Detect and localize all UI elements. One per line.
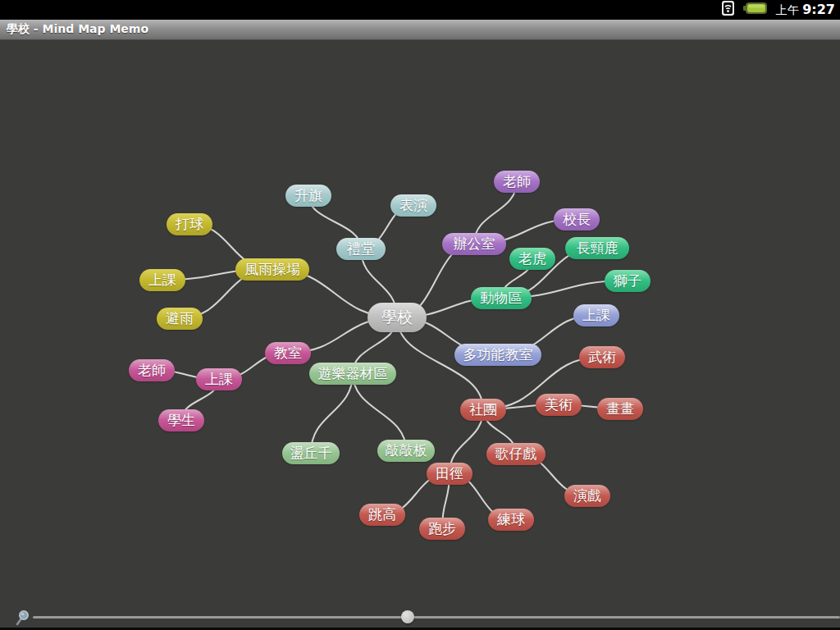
node-class-right[interactable]: 上課 xyxy=(573,304,619,326)
node-multi-room[interactable]: 多功能教室 xyxy=(454,344,541,366)
node-opera[interactable]: 歌仔戲 xyxy=(486,443,546,465)
node-classroom[interactable]: 教室 xyxy=(265,342,311,364)
node-track[interactable]: 田徑 xyxy=(427,463,472,485)
node-art[interactable]: 美術 xyxy=(536,394,582,416)
node-animal-area[interactable]: 動物區 xyxy=(471,287,532,309)
node-office[interactable]: 辦公室 xyxy=(442,233,506,255)
node-tiger[interactable]: 老虎 xyxy=(509,248,555,270)
edge-equipment-swing xyxy=(311,373,353,453)
node-giraffe[interactable]: 長頸鹿 xyxy=(565,237,629,259)
node-highjump[interactable]: 跳高 xyxy=(359,504,405,526)
clock-time: 9:27 xyxy=(802,2,835,17)
node-martial[interactable]: 武術 xyxy=(579,346,625,368)
window-title: 學校 - Mind Map Memo xyxy=(7,22,148,37)
battery-icon xyxy=(743,2,768,18)
mindmap-canvas[interactable]: 學校禮堂升旗表演辦公室老師校長動物區老虎長頸鹿獅子多功能教室上課風雨操場打球上課… xyxy=(0,0,840,630)
node-swing[interactable]: 盪丘千 xyxy=(282,442,340,464)
node-principal[interactable]: 校長 xyxy=(554,208,600,231)
zoom-slider-thumb[interactable] xyxy=(401,610,414,623)
status-bar: 上午 9:27 xyxy=(0,0,840,20)
node-playground[interactable]: 風雨操場 xyxy=(235,258,309,281)
signal-icon xyxy=(721,0,735,20)
node-running[interactable]: 跑步 xyxy=(419,518,465,540)
node-flag[interactable]: 升旗 xyxy=(285,185,331,207)
node-performance[interactable]: 表演 xyxy=(390,194,436,217)
node-playball[interactable]: 打球 xyxy=(167,213,212,235)
node-equipment[interactable]: 遊樂器材區 xyxy=(309,363,396,385)
node-seesaw[interactable]: 敲敲板 xyxy=(377,440,435,462)
clock: 上午 9:27 xyxy=(776,2,835,18)
node-rain[interactable]: 避雨 xyxy=(157,308,203,330)
node-acting[interactable]: 演戲 xyxy=(564,485,610,507)
node-student[interactable]: 學生 xyxy=(158,409,204,431)
node-teacher-top[interactable]: 老師 xyxy=(494,171,540,193)
node-drawing[interactable]: 畫畫 xyxy=(597,398,643,420)
node-class-mid[interactable]: 上課 xyxy=(196,368,242,390)
node-club[interactable]: 社團 xyxy=(460,399,506,421)
node-teacher-left[interactable]: 老師 xyxy=(129,359,175,381)
clock-prefix: 上午 xyxy=(776,3,799,16)
node-practice[interactable]: 練球 xyxy=(488,509,534,531)
zoom-slider-bar xyxy=(0,605,840,630)
edge-equipment-seesaw xyxy=(353,373,406,450)
node-lion[interactable]: 獅子 xyxy=(605,270,651,292)
node-school[interactable]: 學校 xyxy=(368,303,427,332)
zoom-slider-track[interactable] xyxy=(33,616,840,619)
node-class-left[interactable]: 上課 xyxy=(139,269,185,291)
node-auditorium[interactable]: 禮堂 xyxy=(336,238,386,260)
title-bar: 學校 - Mind Map Memo xyxy=(0,20,840,40)
